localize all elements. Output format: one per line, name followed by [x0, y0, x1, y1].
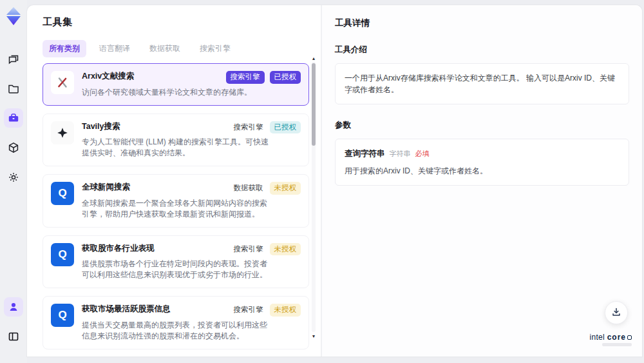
- params-heading: 参数: [335, 120, 629, 131]
- tool-description: 专为人工智能代理 (LLM) 构建的搜索引擎工具。可快速提供实时、准确和真实的结…: [82, 137, 269, 159]
- chat-icon: [7, 52, 20, 65]
- download-icon: [611, 306, 622, 320]
- toolbox-icon: [7, 112, 20, 124]
- tool-list-item[interactable]: Arxiv文献搜索 搜索引擎 已授权 访问各个研究领域大量科学论文和文章的存储库…: [43, 63, 309, 106]
- tool-auth-badge: 未授权: [270, 182, 301, 195]
- gear-icon: [7, 171, 20, 184]
- page-title: 工具集: [43, 16, 321, 28]
- download-button[interactable]: [605, 301, 628, 324]
- intel-chip-mark: [627, 335, 632, 340]
- param-required-badge: 必填: [415, 148, 430, 159]
- scrollbar-thumb[interactable]: [312, 63, 316, 146]
- main-panel: 工具集 所有类别 语言翻译 数据获取 搜索引擎 Arxiv文献搜索 搜索引擎 已…: [27, 5, 642, 357]
- tool-list-item[interactable]: Q 全球新闻搜索 数据获取 未授权 全球新闻搜索是一个聚合全球各大新闻网站内容的…: [43, 174, 309, 228]
- tool-description: 全球新闻搜索是一个聚合全球各大新闻网站内容的搜索引擎，帮助用户快速获取全球最新资…: [82, 198, 269, 220]
- app-sidebar: [0, 0, 27, 363]
- tool-title: Arxiv文献搜索: [82, 71, 134, 82]
- q-logo-icon: Q: [51, 243, 74, 266]
- user-icon: [7, 300, 20, 313]
- tool-title: Tavily搜索: [82, 121, 120, 132]
- tool-detail-panel: 工具详情 工具介绍 一个用于从Arxiv存储库搜索科学论文和文章的工具。 输入可…: [322, 5, 642, 357]
- tavily-star-icon: [51, 121, 74, 144]
- intel-core-logo: intel core: [589, 333, 632, 346]
- sidebar-item-models[interactable]: [4, 138, 23, 157]
- tool-category-badge: 搜索引擎: [232, 304, 265, 317]
- folder-icon: [7, 82, 20, 95]
- tool-auth-badge: 未授权: [270, 304, 301, 317]
- app-logo: [5, 6, 23, 26]
- panel-toggle-icon: [7, 330, 20, 343]
- scrollbar-up-arrow[interactable]: ▴: [310, 55, 317, 62]
- category-tabs: 所有类别 语言翻译 数据获取 搜索引擎: [43, 40, 321, 57]
- sidebar-item-tools[interactable]: [4, 108, 23, 128]
- tool-category-badge: 搜索引擎: [226, 71, 265, 84]
- tool-category-badge: 搜索引擎: [232, 243, 265, 256]
- tool-auth-badge: 已授权: [270, 121, 301, 134]
- param-type: 字符串: [390, 148, 411, 159]
- intro-heading: 工具介绍: [335, 44, 629, 55]
- tool-title: 获取市场最活跃股票信息: [82, 304, 171, 315]
- cube-icon: [7, 141, 20, 154]
- tool-description: 提供股票市场各个行业在特定时间段内的表现。投资者可以利用这些信息来识别表现优于或…: [82, 259, 269, 280]
- detail-title: 工具详情: [335, 17, 629, 29]
- tool-list: Arxiv文献搜索 搜索引擎 已授权 访问各个研究领域大量科学论文和文章的存储库…: [43, 63, 309, 357]
- tool-category-badge: 数据获取: [232, 182, 265, 195]
- sidebar-item-settings[interactable]: [4, 168, 23, 187]
- arxiv-logo-icon: [51, 71, 74, 94]
- sidebar-item-chat[interactable]: [4, 49, 23, 68]
- param-name: 查询字符串: [345, 148, 385, 159]
- sidebar-item-panel-toggle[interactable]: [4, 327, 23, 346]
- scrollbar[interactable]: ▴ ▾: [310, 55, 317, 350]
- category-tab[interactable]: 搜索引擎: [193, 40, 237, 57]
- category-tab[interactable]: 所有类别: [43, 40, 86, 57]
- tool-title: 全球新闻搜索: [82, 182, 130, 193]
- scrollbar-down-arrow[interactable]: ▾: [310, 333, 317, 340]
- tool-list-item[interactable]: Tavily搜索 搜索引擎 已授权 专为人工智能代理 (LLM) 构建的搜索引擎…: [43, 113, 309, 167]
- intro-text-box: 一个用于从Arxiv存储库搜索科学论文和文章的工具。 输入可以是Arxiv ID…: [335, 63, 629, 104]
- sidebar-item-files[interactable]: [4, 79, 23, 98]
- tool-description: 访问各个研究领域大量科学论文和文章的存储库。: [82, 87, 269, 98]
- tool-list-panel: 工具集 所有类别 语言翻译 数据获取 搜索引擎 Arxiv文献搜索 搜索引擎 已…: [27, 5, 321, 357]
- tool-list-item[interactable]: Q 获取市场最活跃股票信息 搜索引擎 未授权 提供当天交易量最高的股票列表，投资…: [43, 296, 309, 349]
- tool-description: 提供当天交易量最高的股票列表，投资者可以利用这些信息来识别流动性强的股票和潜在的…: [82, 320, 269, 342]
- tool-list-item[interactable]: Q 获取股市各行业表现 搜索引擎 未授权 提供股票市场各个行业在特定时间段内的表…: [43, 235, 309, 289]
- q-logo-icon: Q: [51, 304, 74, 327]
- tool-auth-badge: 已授权: [270, 71, 301, 84]
- intel-logo-subline: [602, 343, 632, 346]
- param-box: 查询字符串 字符串 必填 用于搜索的Arxiv ID、关键字或作者姓名。: [335, 139, 629, 186]
- tool-title: 获取股市各行业表现: [82, 243, 155, 254]
- category-tab[interactable]: 数据获取: [143, 40, 187, 57]
- tool-auth-badge: 未授权: [270, 243, 301, 256]
- q-logo-icon: Q: [51, 182, 74, 205]
- tool-category-badge: 搜索引擎: [232, 121, 265, 134]
- sidebar-item-account[interactable]: [4, 297, 23, 317]
- category-tab[interactable]: 语言翻译: [93, 40, 137, 57]
- param-desc: 用于搜索的Arxiv ID、关键字或作者姓名。: [345, 165, 620, 177]
